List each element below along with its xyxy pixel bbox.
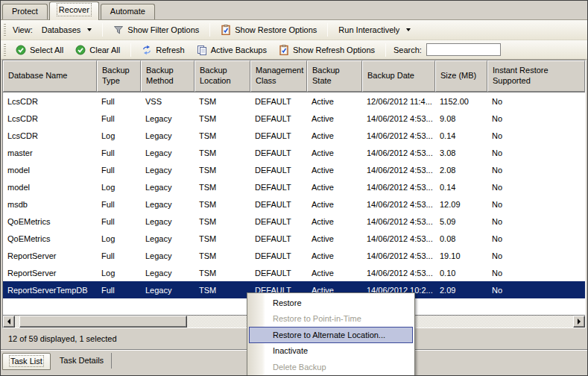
scrollbar-thumb[interactable] <box>19 316 187 328</box>
cell: Full <box>97 148 141 157</box>
column-header[interactable]: Size (MB) <box>435 60 487 92</box>
menu-item-inactivate[interactable]: Inactivate <box>247 343 414 360</box>
cell: model <box>3 183 97 192</box>
cell: Legacy <box>141 131 195 140</box>
refresh-button[interactable]: Refresh <box>137 43 189 57</box>
show-restore-options-button[interactable]: Show Restore Options <box>216 22 321 37</box>
clipboard-icon <box>221 25 231 35</box>
cell: model <box>3 166 97 175</box>
left-arrow-icon <box>7 319 10 325</box>
tab-label: Protect <box>12 7 38 16</box>
column-header[interactable]: Backup Method <box>141 60 195 92</box>
table-row[interactable]: modelLogLegacyTSMDEFAULTActive14/06/2012… <box>3 178 585 195</box>
cell: 0.10 <box>435 269 487 278</box>
cell: No <box>487 183 585 192</box>
table-row[interactable]: modelFullLegacyTSMDEFAULTActive14/06/201… <box>3 161 585 178</box>
cell: QoEMetrics <box>3 234 97 243</box>
cell: TSM <box>195 166 250 175</box>
cell: TSM <box>195 97 250 106</box>
menu-item-restore-to-alternate-location[interactable]: Restore to Alternate Location... <box>249 327 413 343</box>
backup-table: Database NameBackup TypeBackup MethodBac… <box>2 60 586 328</box>
show-filter-options-button[interactable]: Show Filter Options <box>109 22 203 37</box>
column-header[interactable]: Management Class <box>250 60 307 92</box>
cell: No <box>487 269 585 278</box>
tab-task-list[interactable]: Task List <box>2 353 51 370</box>
right-arrow-icon <box>578 319 581 325</box>
cell: Full <box>97 251 141 260</box>
cell: 12/06/2012 11:4... <box>362 97 435 106</box>
column-header[interactable]: Backup Date <box>362 60 435 92</box>
run-interactively-dropdown[interactable]: Run Interactively <box>334 23 415 37</box>
cell: DEFAULT <box>250 217 307 226</box>
cell: Active <box>307 114 362 123</box>
top-tab-bar: ProtectRecoverAutomate <box>1 1 587 20</box>
column-header[interactable]: Backup State <box>307 60 362 92</box>
cell: No <box>487 166 585 175</box>
column-header[interactable]: Database Name <box>3 60 97 92</box>
cell: No <box>487 148 585 157</box>
column-header[interactable]: Instant Restore Supported <box>487 60 585 92</box>
cell: 1152.00 <box>435 97 487 106</box>
toolbar-separator <box>130 43 131 57</box>
tab-label: Task Details <box>60 356 104 365</box>
table-row[interactable]: QoEMetricsLogLegacyTSMDEFAULTActive14/06… <box>3 230 585 247</box>
column-header[interactable]: Backup Location <box>195 60 250 92</box>
cell: TSM <box>195 217 250 226</box>
toolbar-grip[interactable] <box>4 44 6 56</box>
table-row[interactable]: msdbFullLegacyTSMDEFAULTActive14/06/2012… <box>3 195 585 213</box>
select-all-button[interactable]: Select All <box>11 43 68 57</box>
table-row[interactable]: LcsCDRFullLegacyTSMDEFAULTActive14/06/20… <box>3 110 585 127</box>
view-dropdown[interactable]: Databases <box>37 23 97 37</box>
cell: 14/06/2012 4:53... <box>362 200 435 209</box>
clear-all-button[interactable]: Clear All <box>71 43 124 57</box>
search-input[interactable] <box>426 43 501 56</box>
cell: DEFAULT <box>250 131 307 140</box>
show-refresh-options-button[interactable]: Show Refresh Options <box>274 43 379 57</box>
table-row[interactable]: masterFullLegacyTSMDEFAULTActive14/06/20… <box>3 144 585 161</box>
cell: No <box>487 97 585 106</box>
refresh-icon <box>142 45 152 55</box>
cell: Active <box>307 269 362 278</box>
column-header[interactable]: Backup Type <box>97 60 141 92</box>
cell: TSM <box>195 131 250 140</box>
show-restore-options-label: Show Restore Options <box>235 25 317 34</box>
table-row[interactable]: LcsCDRFullVSSTSMDEFAULTActive12/06/2012 … <box>3 93 585 110</box>
menu-item-restore[interactable]: Restore <box>247 295 414 311</box>
cell: master <box>3 148 97 157</box>
cell: Active <box>307 166 362 175</box>
table-row[interactable]: ReportServerLogLegacyTSMDEFAULTActive14/… <box>3 264 585 281</box>
cell: 14/06/2012 4:53... <box>362 114 435 123</box>
view-toolbar: View: Databases Show Filter Options Show… <box>1 20 587 40</box>
tab-protect[interactable]: Protect <box>2 4 48 19</box>
toolbar-grip[interactable] <box>4 24 6 36</box>
app-window: ProtectRecoverAutomate View: Databases S… <box>0 0 588 376</box>
tab-recover[interactable]: Recover <box>49 1 99 20</box>
cell: 0.08 <box>435 234 487 243</box>
table-row[interactable]: QoEMetricsFullLegacyTSMDEFAULTActive14/0… <box>3 213 585 230</box>
cell: DEFAULT <box>250 97 307 106</box>
scroll-right-button[interactable] <box>573 316 585 328</box>
cell: Active <box>307 97 362 106</box>
tab-automate[interactable]: Automate <box>101 4 155 19</box>
cell: msdb <box>3 200 97 209</box>
tab-task-details[interactable]: Task Details <box>52 353 112 369</box>
cell: DEFAULT <box>250 251 307 260</box>
cell: Full <box>97 200 141 209</box>
cell: TSM <box>195 148 250 157</box>
active-backups-button[interactable]: Active Backups <box>192 43 271 57</box>
filter-icon <box>113 25 124 35</box>
cell: Log <box>97 131 141 140</box>
cell: No <box>487 200 585 209</box>
cell: Active <box>307 148 362 157</box>
cell: Full <box>97 97 141 106</box>
toolbar-separator <box>209 23 210 37</box>
scroll-left-button[interactable] <box>3 316 15 328</box>
table-row[interactable]: ReportServerFullLegacyTSMDEFAULTActive14… <box>3 247 585 264</box>
view-label: View: <box>11 25 34 34</box>
select-all-label: Select All <box>30 46 63 54</box>
cell: Legacy <box>141 251 195 260</box>
cell: LcsCDR <box>3 97 97 106</box>
cell: 14/06/2012 4:53... <box>362 148 435 157</box>
table-row[interactable]: LcsCDRLogLegacyTSMDEFAULTActive14/06/201… <box>3 127 585 144</box>
search-label: Search: <box>392 46 423 54</box>
